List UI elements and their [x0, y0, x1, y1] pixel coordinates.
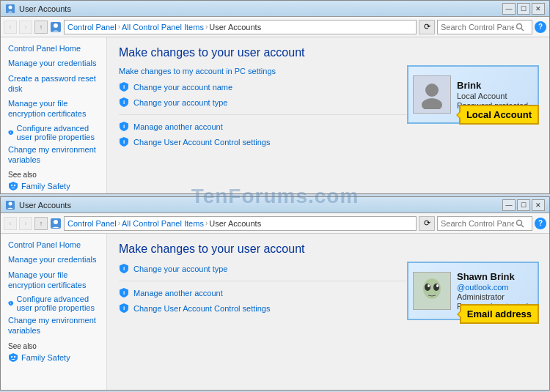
help-btn-2[interactable]: ? [535, 218, 546, 229]
uac-link-2[interactable]: Change User Account Control settings [133, 304, 271, 313]
svg-point-31 [436, 284, 439, 287]
address-bar-1: ‹ › ↑ Control Panel › All Control Panel … [1, 17, 549, 37]
svg-text:i: i [10, 303, 11, 306]
svg-line-20 [521, 225, 524, 227]
search-input-1[interactable] [441, 23, 514, 32]
panel-title-2: Make changes to your user account [119, 243, 538, 256]
manage-another-link-2[interactable]: Manage another account [133, 289, 223, 297]
forward-btn-2[interactable]: › [19, 217, 32, 230]
svg-point-7 [11, 185, 12, 186]
breadcrumb-2: Control Panel › All Control Panel Items … [64, 216, 417, 231]
sidebar-link-1-2[interactable]: Manage your file encryption certificates [8, 98, 99, 119]
svg-text:i: i [123, 138, 125, 145]
shield-icon-manage-2: i [119, 287, 129, 299]
user-type-1: Local Account [457, 92, 528, 100]
family-safety-icon-2 [8, 352, 18, 363]
breadcrumb-all-2[interactable]: All Control Panel Items [122, 219, 204, 228]
search-box-2 [437, 216, 532, 231]
close-btn-2[interactable]: ✕ [532, 199, 545, 211]
sidebar-link-1-4[interactable]: Change my environment variables [8, 144, 99, 166]
window-1: User Accounts — ☐ ✕ ‹ › ↑ Control Panel … [0, 0, 550, 194]
sidebar-cp-home-1[interactable]: Control Panel Home [8, 43, 99, 53]
refresh-btn-1[interactable]: ⟳ [419, 20, 435, 34]
svg-point-8 [14, 185, 15, 186]
see-also-2: See also [8, 342, 99, 350]
callout-2: Email address [460, 304, 539, 324]
svg-text:i: i [123, 99, 125, 106]
minimize-btn-1[interactable]: — [502, 3, 516, 15]
sidebar-link-1-1[interactable]: Create a password reset disk [8, 73, 99, 95]
alien-avatar [417, 276, 447, 306]
breadcrumb-cp-1[interactable]: Control Panel [67, 23, 117, 32]
breadcrumb-current-1: User Accounts [209, 23, 261, 32]
svg-point-30 [428, 284, 430, 287]
sidebar-link-1-3[interactable]: i Configure advanced user profile proper… [8, 124, 99, 141]
address-bar-2: ‹ › ↑ Control Panel › All Control Panel … [1, 213, 549, 234]
sidebar-link-2-1[interactable]: Manage your file encryption certificates [8, 270, 99, 291]
shield-icon-manage-1: i [119, 121, 129, 133]
sidebar-link-2-0[interactable]: Manage your credentials [8, 254, 99, 265]
back-btn-1[interactable]: ‹ [4, 21, 17, 34]
svg-point-18 [54, 220, 58, 224]
see-also-1: See also [8, 171, 99, 179]
maximize-btn-1[interactable]: ☐ [517, 3, 530, 15]
user-type-2: Administrator [457, 292, 528, 301]
family-safety-link-2[interactable]: Family Safety [8, 352, 99, 363]
panel-title-1: Make changes to your user account [119, 46, 538, 59]
forward-btn-1[interactable]: › [19, 21, 32, 34]
shield-icon-uac-1: i [119, 136, 129, 148]
svg-point-29 [433, 284, 439, 291]
svg-point-22 [11, 356, 12, 358]
user-accounts-icon-2 [5, 200, 15, 210]
sidebar-link-2-2[interactable]: i Configure advanced user profile proper… [8, 295, 99, 312]
shield-icon-uac-2: i [119, 303, 129, 314]
search-input-2[interactable] [441, 219, 514, 228]
manage-another-link-1[interactable]: Manage another account [133, 122, 223, 131]
shield-icon-change-type-1: i [119, 97, 129, 108]
maximize-btn-2[interactable]: ☐ [517, 199, 530, 211]
breadcrumb-cp-2[interactable]: Control Panel [67, 219, 117, 228]
sidebar-link-1-0[interactable]: Manage your credentials [8, 58, 99, 68]
change-type-link-2[interactable]: Change your account type [133, 265, 227, 273]
main-panel-1: Make changes to your user account Make c… [107, 37, 549, 193]
up-btn-1[interactable]: ↑ [34, 21, 48, 34]
svg-point-4 [517, 23, 522, 29]
family-safety-link-1[interactable]: Family Safety [8, 181, 99, 191]
svg-point-3 [54, 23, 58, 28]
content-area-1: Control Panel Home Manage your credentia… [1, 37, 549, 193]
svg-point-1 [9, 5, 12, 9]
breadcrumb-all-1[interactable]: All Control Panel Items [122, 23, 204, 32]
sidebar-1: Control Panel Home Manage your credentia… [1, 37, 107, 193]
avatar-1 [413, 75, 451, 114]
user-accounts-icon [5, 4, 15, 14]
up-btn-2[interactable]: ↑ [34, 217, 48, 230]
search-icon-1 [516, 23, 524, 32]
window-title-2: User Accounts [19, 201, 502, 210]
action-uac-1: i Change User Account Control settings [119, 136, 538, 148]
sidebar-cp-home-2[interactable]: Control Panel Home [8, 240, 99, 250]
svg-point-14 [422, 98, 442, 109]
minimize-btn-2[interactable]: — [502, 199, 516, 211]
change-type-link-1[interactable]: Change your account type [133, 98, 227, 107]
sidebar-link-2-3[interactable]: Change my environment variables [8, 315, 99, 336]
svg-point-28 [425, 284, 430, 291]
title-bar-controls-2: — ☐ ✕ [502, 199, 545, 211]
shield-icon-1-3: i [8, 127, 14, 138]
title-bar-2: User Accounts — ☐ ✕ [1, 197, 549, 213]
close-btn-1[interactable]: ✕ [532, 3, 545, 15]
svg-point-13 [425, 84, 439, 97]
cp-icon-1 [50, 21, 62, 33]
uac-link-1[interactable]: Change User Account Control settings [133, 138, 271, 147]
help-btn-1[interactable]: ? [535, 21, 546, 33]
content-area-2: Control Panel Home Manage your credentia… [1, 234, 549, 390]
sidebar-2: Control Panel Home Manage your credentia… [1, 234, 107, 390]
change-name-link[interactable]: Change your account name [133, 83, 232, 92]
back-btn-2[interactable]: ‹ [4, 217, 17, 230]
svg-line-5 [521, 29, 524, 31]
refresh-btn-2[interactable]: ⟳ [419, 216, 435, 231]
svg-text:i: i [123, 305, 125, 311]
main-panel-2: Make changes to your user account i Chan… [107, 234, 549, 390]
window-title-1: User Accounts [19, 4, 502, 13]
breadcrumb-1: Control Panel › All Control Panel Items … [64, 20, 417, 34]
shield-icon-change-name: i [119, 81, 129, 93]
